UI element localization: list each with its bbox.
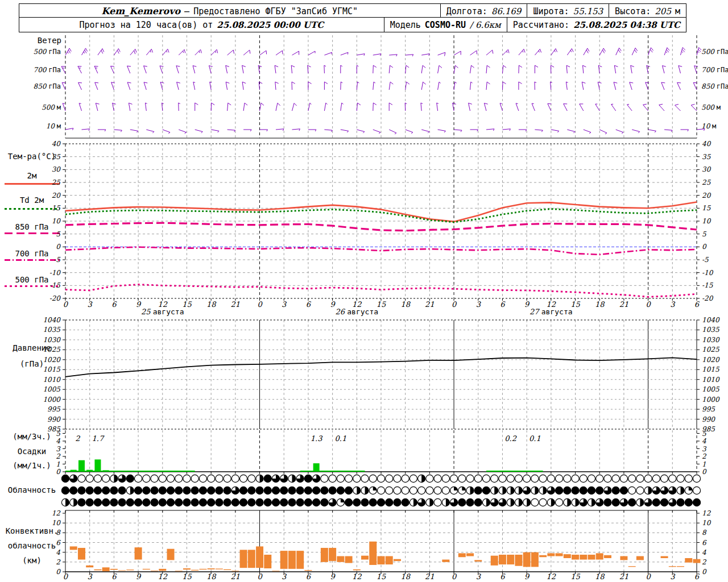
svg-text:0: 0: [646, 300, 651, 309]
svg-text:6: 6: [111, 572, 117, 581]
svg-text:3: 3: [88, 300, 93, 309]
svg-text:4: 4: [56, 548, 60, 556]
svg-text:0: 0: [646, 572, 651, 581]
svg-text:0: 0: [63, 572, 69, 581]
svg-text:-5: -5: [53, 256, 61, 264]
svg-text:18: 18: [595, 300, 605, 309]
svg-text:700 гПа: 700 гПа: [34, 66, 61, 74]
svg-text:8: 8: [702, 529, 707, 537]
svg-text:0: 0: [452, 572, 457, 581]
svg-text:3: 3: [282, 300, 287, 309]
svg-text:20: 20: [702, 192, 712, 199]
svg-text:1010: 1010: [43, 376, 61, 384]
svg-text:21: 21: [231, 300, 241, 309]
svg-text:6: 6: [306, 300, 312, 309]
svg-text:26 августа: 26 августа: [336, 307, 378, 316]
svg-text:1000: 1000: [43, 396, 61, 404]
svg-text:700 гПа: 700 гПа: [701, 66, 728, 74]
svg-text:1005: 1005: [43, 385, 61, 393]
svg-text:15: 15: [52, 204, 61, 212]
svg-text:1035: 1035: [702, 326, 720, 334]
svg-text:1030: 1030: [702, 336, 720, 344]
svg-text:-10: -10: [702, 269, 714, 277]
svg-text:0.2: 0.2: [504, 434, 516, 443]
svg-text:3: 3: [476, 572, 482, 581]
svg-text:25: 25: [702, 178, 712, 186]
svg-text:5: 5: [56, 230, 61, 238]
svg-text:-10: -10: [49, 269, 61, 277]
svg-text:4: 4: [702, 437, 706, 445]
svg-text:-20: -20: [49, 294, 61, 302]
svg-text:1025: 1025: [43, 346, 61, 354]
svg-text:1040: 1040: [702, 316, 720, 324]
svg-text:1040: 1040: [43, 316, 61, 324]
svg-text:30: 30: [702, 165, 712, 173]
svg-text:5: 5: [702, 230, 707, 238]
svg-text:25 августа: 25 августа: [141, 307, 184, 316]
svg-text:-5: -5: [702, 256, 709, 264]
svg-text:6: 6: [111, 300, 117, 309]
svg-text:10: 10: [52, 217, 61, 225]
svg-text:990: 990: [47, 415, 61, 423]
svg-text:9: 9: [524, 572, 530, 581]
svg-text:0: 0: [452, 300, 457, 309]
svg-text:18: 18: [595, 572, 605, 581]
svg-text:1015: 1015: [702, 365, 720, 373]
svg-text:4: 4: [702, 548, 706, 556]
svg-text:1030: 1030: [43, 336, 61, 344]
svg-text:12: 12: [52, 509, 61, 517]
svg-text:0: 0: [257, 300, 263, 309]
svg-text:0: 0: [702, 568, 707, 576]
svg-text:6: 6: [702, 539, 707, 547]
svg-text:850 гПа: 850 гПа: [34, 82, 61, 90]
svg-text:15: 15: [702, 204, 712, 212]
svg-text:0: 0: [702, 243, 707, 251]
svg-text:10: 10: [702, 519, 712, 527]
svg-text:2: 2: [702, 558, 707, 566]
svg-text:-15: -15: [49, 281, 61, 289]
svg-text:6: 6: [500, 300, 506, 309]
svg-text:40: 40: [702, 140, 712, 148]
svg-text:8: 8: [56, 529, 61, 537]
svg-text:21: 21: [425, 300, 435, 309]
svg-text:1.3: 1.3: [311, 434, 323, 443]
svg-text:1: 1: [702, 460, 706, 468]
svg-text:-20: -20: [702, 294, 714, 302]
svg-text:1000: 1000: [702, 396, 720, 404]
svg-text:18: 18: [400, 300, 411, 309]
svg-text:35: 35: [52, 153, 61, 161]
svg-text:1020: 1020: [43, 356, 61, 364]
svg-text:18: 18: [206, 300, 217, 309]
svg-text:0: 0: [257, 572, 263, 581]
svg-text:18: 18: [206, 572, 217, 581]
svg-text:25: 25: [52, 178, 61, 186]
svg-text:-15: -15: [702, 281, 714, 289]
svg-text:3: 3: [702, 445, 707, 453]
svg-text:40: 40: [52, 140, 61, 148]
svg-text:500 гПа: 500 гПа: [701, 48, 728, 56]
svg-text:3: 3: [670, 300, 676, 309]
svg-text:0.1: 0.1: [529, 434, 541, 443]
svg-text:2: 2: [56, 558, 61, 566]
svg-text:20: 20: [52, 192, 61, 199]
svg-text:1: 1: [56, 460, 60, 468]
svg-text:0: 0: [63, 300, 69, 309]
svg-text:850 гПа: 850 гПа: [701, 82, 728, 90]
svg-text:0: 0: [56, 568, 61, 576]
svg-text:6: 6: [56, 539, 61, 547]
svg-text:30: 30: [52, 165, 61, 173]
svg-text:995: 995: [702, 405, 715, 413]
svg-text:2: 2: [75, 434, 80, 443]
svg-text:4: 4: [56, 437, 60, 445]
svg-text:500 м: 500 м: [701, 103, 721, 111]
svg-text:2: 2: [56, 452, 61, 460]
svg-text:1010: 1010: [702, 376, 720, 384]
svg-text:1005: 1005: [702, 385, 720, 393]
svg-text:1015: 1015: [43, 365, 61, 373]
svg-text:2: 2: [702, 452, 707, 460]
svg-text:0: 0: [56, 243, 61, 251]
svg-text:35: 35: [702, 153, 712, 161]
svg-text:6: 6: [500, 572, 506, 581]
svg-text:3: 3: [476, 300, 482, 309]
svg-text:3: 3: [670, 572, 676, 581]
